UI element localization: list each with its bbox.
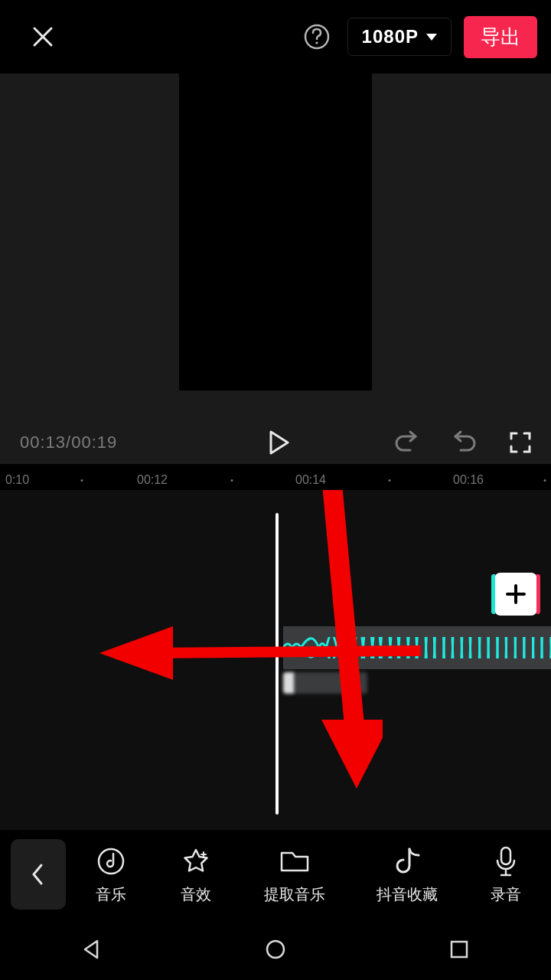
audio-track[interactable]	[283, 626, 551, 669]
current-time: 00:13	[20, 433, 66, 452]
tool-label: 抖音收藏	[377, 884, 438, 905]
microphone-icon	[494, 845, 518, 877]
bottom-toolbar: 音乐 音效 提取音乐 抖音收藏 录音	[0, 830, 551, 919]
redo-button[interactable]	[448, 427, 479, 458]
tool-label: 提取音乐	[264, 884, 325, 905]
ruler-tick: 00:16	[453, 473, 484, 487]
close-button[interactable]	[26, 20, 60, 54]
close-icon	[31, 25, 54, 48]
star-icon	[181, 846, 211, 877]
ruler-dot	[544, 479, 546, 482]
resolution-dropdown[interactable]: 1080P	[347, 18, 452, 56]
undo-button[interactable]	[392, 427, 422, 458]
fullscreen-icon	[509, 431, 532, 454]
playhead[interactable]	[276, 513, 279, 815]
total-time: 00:19	[71, 433, 117, 452]
svg-point-4	[267, 941, 284, 958]
tool-sfx[interactable]: 音效	[179, 844, 213, 905]
douyin-icon	[393, 846, 422, 877]
triangle-left-icon	[80, 938, 103, 961]
tool-record[interactable]: 录音	[489, 844, 523, 905]
tool-label: 录音	[491, 884, 521, 905]
playback-controls: 00:13/00:19	[0, 421, 551, 464]
play-icon	[268, 430, 289, 455]
resolution-label: 1080P	[362, 26, 419, 47]
circle-icon	[264, 938, 287, 961]
preview-area	[0, 74, 551, 421]
clip-label[interactable]	[283, 672, 367, 694]
tool-label: 音效	[181, 884, 211, 905]
system-nav-bar	[0, 919, 551, 980]
chevron-down-icon	[426, 34, 437, 41]
nav-recents-button[interactable]	[444, 934, 474, 965]
svg-rect-5	[452, 942, 467, 957]
time-readout: 00:13/00:19	[20, 433, 117, 452]
timeline[interactable]	[0, 490, 551, 830]
ruler-dot	[389, 479, 391, 482]
ruler-tick: 00:12	[137, 473, 168, 487]
tool-extract[interactable]: 提取音乐	[264, 844, 325, 905]
export-button[interactable]: 导出	[464, 16, 537, 58]
svg-point-1	[315, 41, 318, 44]
square-icon	[449, 939, 469, 959]
tool-music[interactable]: 音乐	[94, 844, 128, 905]
fullscreen-button[interactable]	[505, 427, 536, 458]
music-icon	[96, 846, 126, 877]
play-button[interactable]	[263, 427, 294, 458]
undo-icon	[393, 430, 421, 456]
help-button[interactable]	[300, 20, 334, 54]
tool-label: 音乐	[96, 884, 126, 905]
tool-douyin[interactable]: 抖音收藏	[377, 844, 438, 905]
help-icon	[303, 23, 331, 51]
ruler-tick: 00:14	[295, 473, 326, 487]
ruler-tick: 0:10	[5, 473, 29, 487]
nav-home-button[interactable]	[260, 934, 291, 965]
svg-rect-3	[501, 848, 510, 864]
ruler-dot	[231, 479, 233, 482]
add-clip-button[interactable]	[494, 573, 537, 616]
back-button[interactable]	[11, 839, 66, 910]
video-canvas[interactable]	[179, 74, 372, 390]
nav-back-button[interactable]	[77, 934, 107, 965]
folder-icon	[279, 848, 311, 875]
chevron-left-icon	[31, 863, 46, 886]
ruler-dot	[81, 479, 83, 482]
waveform-icon	[283, 637, 551, 658]
plus-icon	[504, 583, 527, 606]
timeline-ruler[interactable]: 0:10 00:12 00:14 00:16	[0, 470, 551, 490]
redo-icon	[450, 430, 478, 456]
top-bar: 1080P 导出	[0, 14, 551, 60]
